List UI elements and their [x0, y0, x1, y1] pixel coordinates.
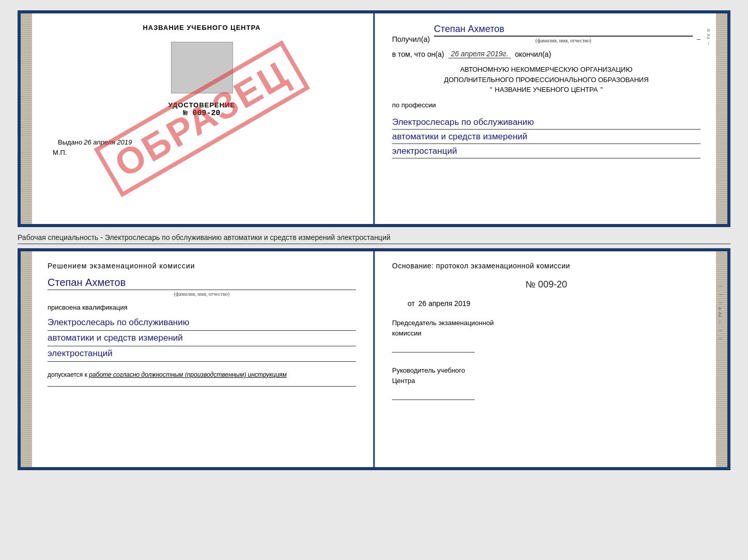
protocol-number: № 009-20: [392, 279, 700, 290]
side-margin-bottom: – – – и ᴧа ← – –: [718, 282, 723, 452]
prof-line1: Электрослесарь по обслуживанию: [392, 115, 700, 130]
profession-block: Электрослесарь по обслуживанию автоматик…: [392, 115, 700, 159]
margin-k2: ←: [718, 319, 723, 325]
dash-after-name: –: [697, 35, 700, 43]
vtom-row: в том, что он(а) 26 апреля 2019г. окончи…: [392, 50, 700, 58]
qual-line3: электростанций: [48, 346, 356, 362]
dopuskaetsya-label: допускается к: [48, 371, 87, 378]
cert-number-top: № 009-20: [168, 109, 235, 118]
dopuskaetsya-italic: работе согласно должностным (производств…: [89, 371, 287, 378]
document-wrapper: НАЗВАНИЕ УЧЕБНОГО ЦЕНТРА УДОСТОВЕРЕНИЕ №…: [18, 10, 730, 470]
school-name-top: НАЗВАНИЕ УЧЕБНОГО ЦЕНТРА: [143, 24, 260, 31]
org-name-row: " НАЗВАНИЕ УЧЕБНОГО ЦЕНТРА ": [392, 85, 700, 95]
dash4: –: [719, 327, 722, 333]
bottom-cert-right: Основание: протокол экзаменационной коми…: [371, 251, 716, 467]
org-name: НАЗВАНИЕ УЧЕБНОГО ЦЕНТРА: [495, 85, 598, 95]
margin-i2: и: [718, 307, 723, 310]
dopuskaetsya-block: допускается к работе согласно должностны…: [48, 371, 356, 387]
side-margin-top: и ᴧа ←: [706, 29, 712, 209]
poluchil-name: Степан Ахметов: [434, 24, 693, 36]
qual-line1: Электрослесарь по обслуживанию: [48, 315, 356, 331]
margin-a2: ᴧа: [718, 312, 723, 317]
osnovanie-text: Основание: протокол экзаменационной коми…: [392, 262, 700, 270]
predsedatel-signature: [392, 342, 475, 353]
poluchil-name-block: Степан Ахметов (фамилия, имя, отчество): [434, 24, 693, 43]
udostoverenie-block: УДОСТОВЕРЕНИЕ № 009-20: [168, 101, 235, 118]
bottom-cert-left: Решением экзаменационной комиссии Степан…: [32, 251, 371, 467]
vtom-date: 26 апреля 2019г.: [448, 50, 511, 58]
udostoverenie-title: УДОСТОВЕРЕНИЕ: [168, 101, 235, 109]
top-certificate-spread: НАЗВАНИЕ УЧЕБНОГО ЦЕНТРА УДОСТОВЕРЕНИЕ №…: [18, 10, 730, 227]
vydano-line: Выдано26 апреля 2019: [58, 138, 132, 146]
top-cert-right: Получил(а) Степан Ахметов (фамилия, имя,…: [371, 13, 716, 224]
poluchil-label: Получил(а): [392, 35, 430, 43]
rukovoditel-block: Руководитель учебного Центра: [392, 365, 700, 400]
margin-char-i: и: [706, 29, 712, 31]
bottom-certificate-spread: Решением экзаменационной комиссии Степан…: [18, 248, 730, 470]
bottom-name: Степан Ахметов: [48, 277, 356, 290]
predsedatel-block: Председатель экзаменационной комиссии: [392, 318, 700, 353]
bottom-name-block: Степан Ахметов (фамилия, имя, отчество): [48, 274, 356, 297]
qual-line2: автоматики и средств измерений: [48, 331, 356, 346]
margin-char-a: ᴧа: [706, 34, 712, 39]
rukovoditel-label1: Руководитель учебного: [392, 365, 700, 376]
spine-left-bottom: [21, 251, 32, 467]
spine-right: [716, 13, 727, 224]
org-block: АВТОНОМНУЮ НЕКОММЕРЧЕСКУЮ ОРГАНИЗАЦИЮ ДО…: [392, 65, 700, 95]
dash1: –: [719, 282, 722, 289]
mp-line: М.П.: [53, 149, 67, 156]
ot-date-row: от 26 апреля 2019: [408, 299, 700, 308]
org-quote2: ": [600, 85, 603, 95]
okonchil-label: окончил(а): [515, 50, 551, 58]
bottom-fio-label: (фамилия, имя, отчество): [48, 291, 356, 297]
poluchil-row: Получил(а) Степан Ахметов (фамилия, имя,…: [392, 24, 700, 43]
prof-line3: электростанций: [392, 144, 700, 158]
org-line1: АВТОНОМНУЮ НЕКОММЕРЧЕСКУЮ ОРГАНИЗАЦИЮ: [392, 65, 700, 75]
photo-area: [171, 42, 233, 93]
rukovoditel-label2: Центра: [392, 376, 700, 386]
ot-label: от: [408, 299, 415, 308]
margin-char-k: ←: [706, 41, 712, 46]
prof-line2: автоматики и средств измерений: [392, 130, 700, 144]
predsedatel-label2: комиссии: [392, 328, 700, 339]
top-cert-left: НАЗВАНИЕ УЧЕБНОГО ЦЕНТРА УДОСТОВЕРЕНИЕ №…: [32, 13, 371, 224]
org-quote1: ": [490, 85, 492, 95]
specialty-text: Рабочая специальность - Электрослесарь п…: [18, 231, 730, 244]
predsedatel-label1: Председатель экзаменационной: [392, 318, 700, 328]
dash2: –: [719, 291, 722, 297]
dash5: –: [719, 335, 722, 341]
prisvoena-text: присвоена квалификация: [48, 303, 356, 311]
ot-date-val: 26 апреля 2019: [418, 299, 471, 308]
org-line2: ДОПОЛНИТЕЛЬНОГО ПРОФЕССИОНАЛЬНОГО ОБРАЗО…: [392, 75, 700, 85]
dash3: –: [719, 299, 722, 305]
resheniem-title: Решением экзаменационной комиссии: [48, 262, 356, 270]
vtom-label: в том, что он(а): [392, 50, 444, 58]
qualification-block: Электрослесарь по обслуживанию автоматик…: [48, 315, 356, 362]
fio-label-top: (фамилия, имя, отчество): [434, 36, 693, 43]
rukovoditel-signature: [392, 390, 475, 400]
spine-left: [21, 13, 32, 224]
vydano-date: 26 апреля 2019: [84, 138, 132, 146]
po-professii-label: по профессии: [392, 101, 700, 109]
vydano-label: Выдано: [58, 138, 82, 146]
